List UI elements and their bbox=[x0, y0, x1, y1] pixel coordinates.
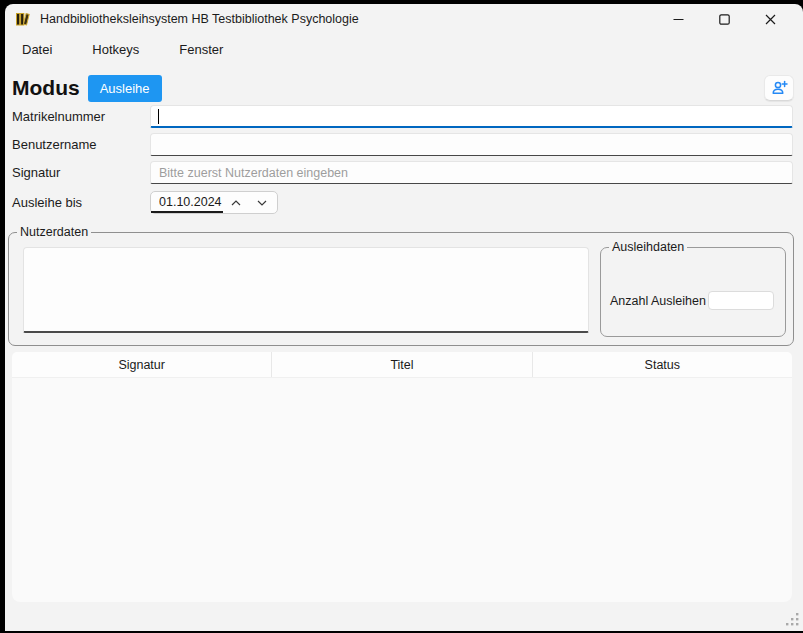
mode-title: Modus bbox=[12, 76, 80, 100]
column-header-signatur[interactable]: Signatur bbox=[12, 352, 272, 377]
ausleihe-bis-datepicker bbox=[150, 191, 278, 214]
date-decrement-button[interactable] bbox=[249, 192, 275, 213]
benutzername-field-wrap bbox=[150, 133, 793, 156]
ausleihe-bis-label: Ausleihe bis bbox=[12, 191, 82, 214]
menu-hotkeys[interactable]: Hotkeys bbox=[88, 40, 143, 59]
items-table: Signatur Titel Status bbox=[12, 352, 792, 602]
maximize-button[interactable] bbox=[701, 4, 747, 34]
window-title: Handbibliotheksleihsystem HB Testbibliot… bbox=[40, 12, 359, 26]
minimize-button[interactable] bbox=[655, 4, 701, 34]
table-body-empty bbox=[12, 377, 792, 602]
menubar: Datei Hotkeys Fenster bbox=[18, 36, 227, 62]
close-button[interactable] bbox=[747, 4, 793, 34]
add-user-button[interactable] bbox=[764, 75, 794, 101]
column-header-titel[interactable]: Titel bbox=[272, 352, 532, 377]
nutzerdaten-groupbox: Nutzerdaten Ausleihdaten Anzahl Ausleihe… bbox=[8, 232, 794, 346]
anzahl-ausleihen-input[interactable] bbox=[708, 291, 774, 310]
menu-fenster[interactable]: Fenster bbox=[175, 40, 227, 59]
column-header-status[interactable]: Status bbox=[533, 352, 792, 377]
table-header: Signatur Titel Status bbox=[12, 352, 792, 377]
maximize-icon bbox=[719, 14, 730, 25]
app-window: Handbibliotheksleihsystem HB Testbibliot… bbox=[5, 4, 803, 631]
person-add-icon bbox=[771, 80, 788, 96]
benutzername-input[interactable] bbox=[150, 133, 793, 156]
nutzerdaten-title: Nutzerdaten bbox=[17, 225, 91, 240]
ausleihe-bis-input[interactable] bbox=[151, 195, 223, 209]
user-details-textarea[interactable] bbox=[23, 247, 589, 333]
minimize-icon bbox=[673, 14, 684, 25]
mode-row: Modus Ausleihe bbox=[12, 72, 794, 104]
chevron-up-icon bbox=[231, 200, 241, 206]
signatur-field-wrap bbox=[150, 161, 793, 184]
signatur-input[interactable] bbox=[150, 161, 793, 184]
text-caret bbox=[158, 109, 159, 124]
menu-datei[interactable]: Datei bbox=[18, 40, 56, 59]
benutzername-label: Benutzername bbox=[12, 133, 97, 156]
chevron-down-icon bbox=[257, 200, 267, 206]
matrikelnummer-field-wrap bbox=[150, 105, 793, 128]
anzahl-ausleihen-label: Anzahl Ausleihen bbox=[610, 292, 706, 311]
titlebar: Handbibliotheksleihsystem HB Testbibliot… bbox=[5, 4, 803, 34]
signatur-label: Signatur bbox=[12, 161, 60, 184]
matrikelnummer-label: Matrikelnummer bbox=[12, 105, 105, 128]
matrikelnummer-input[interactable] bbox=[150, 105, 793, 128]
books-shelf-icon bbox=[14, 10, 32, 28]
resize-grip[interactable] bbox=[784, 611, 800, 627]
ausleihdaten-groupbox: Ausleihdaten Anzahl Ausleihen bbox=[600, 247, 786, 337]
date-value-wrap bbox=[151, 192, 223, 213]
date-increment-button[interactable] bbox=[223, 192, 249, 213]
window-controls bbox=[655, 4, 793, 34]
close-icon bbox=[765, 14, 776, 25]
mode-ausleihe-button[interactable]: Ausleihe bbox=[88, 75, 162, 102]
ausleihdaten-title: Ausleihdaten bbox=[609, 240, 687, 255]
